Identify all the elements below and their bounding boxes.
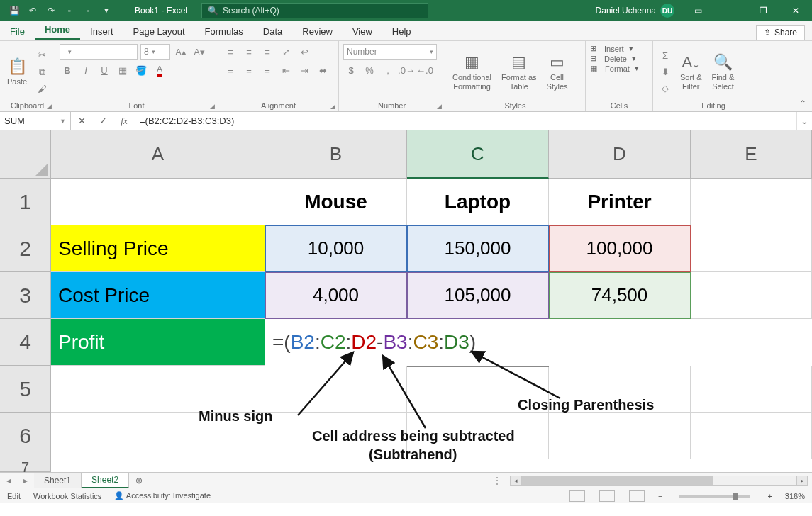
ribbon-display-icon[interactable]: ▭ (682, 0, 714, 21)
zoom-level[interactable]: 316% (785, 492, 805, 500)
qat-btn-2[interactable]: ▫ (79, 2, 96, 19)
spreadsheet-grid[interactable]: A B C D E 1 2 3 4 5 6 7 Mouse Laptop Pri… (0, 130, 812, 472)
col-header-d[interactable]: D (549, 130, 691, 179)
row-header-7[interactable]: 7 (0, 459, 51, 472)
new-sheet-icon[interactable]: ⊕ (129, 476, 149, 486)
user-account[interactable]: Daniel Uchenna DU (589, 4, 682, 18)
font-name-combo[interactable]: ▾ (60, 44, 138, 60)
sheet-tab-2[interactable]: Sheet2 (82, 473, 129, 488)
paste-button[interactable]: 📋 Paste (4, 56, 30, 87)
formula-input[interactable]: =(B2:C2:D2-B3:C3:D3) (135, 112, 796, 130)
view-normal-icon[interactable] (569, 490, 585, 502)
insert-function-icon[interactable]: fx (113, 116, 135, 127)
alignment-launcher-icon[interactable]: ◢ (330, 103, 335, 110)
row-header-4[interactable]: 4 (0, 319, 51, 366)
row-header-6[interactable]: 6 (0, 413, 51, 459)
tab-file[interactable]: File (0, 23, 35, 40)
qat-btn-1[interactable]: ▫ (61, 2, 78, 19)
cell-b2[interactable]: 10,000 (265, 225, 407, 272)
format-painter-icon[interactable]: 🖌 (34, 82, 50, 97)
cell-d6[interactable] (549, 413, 691, 459)
zoom-slider[interactable] (679, 495, 750, 498)
redo-icon[interactable]: ↷ (43, 2, 60, 19)
cell-b3[interactable]: 4,000 (265, 272, 407, 319)
tab-home[interactable]: Home (35, 21, 80, 40)
cell-e3[interactable] (691, 272, 812, 319)
cell-d2[interactable]: 100,000 (549, 225, 691, 272)
fill-icon[interactable]: ⬇ (657, 64, 673, 80)
cell-c1[interactable]: Laptop (407, 179, 549, 225)
undo-icon[interactable]: ↶ (24, 2, 41, 19)
tab-data[interactable]: Data (253, 23, 292, 40)
cell-styles-button[interactable]: ▭Cell Styles (544, 52, 571, 91)
sheet-nav-next-icon[interactable]: ▸ (17, 476, 34, 486)
orientation-icon[interactable]: ⤢ (278, 44, 294, 60)
cell-d5[interactable] (549, 366, 691, 413)
horizontal-scrollbar[interactable]: ◂ ▸ (510, 476, 808, 486)
tab-formulas[interactable]: Formulas (195, 23, 253, 40)
cell-b5[interactable] (265, 366, 407, 413)
minimize-icon[interactable]: — (714, 0, 747, 21)
tab-insert[interactable]: Insert (80, 23, 123, 40)
decrease-indent-icon[interactable]: ⇤ (278, 62, 294, 78)
cell-b1[interactable]: Mouse (265, 179, 407, 225)
align-middle-icon[interactable]: ≡ (241, 44, 257, 60)
close-icon[interactable]: ✕ (779, 0, 812, 21)
cell-c3[interactable]: 105,000 (407, 272, 549, 319)
insert-cells-button[interactable]: ⊞ Insert ▾ (590, 44, 648, 53)
view-page-break-icon[interactable] (629, 490, 645, 502)
status-accessibility[interactable]: 👤 Accessibility: Investigate (114, 491, 211, 500)
sheet-tab-1[interactable]: Sheet1 (34, 473, 82, 488)
row-header-3[interactable]: 3 (0, 272, 51, 319)
clipboard-launcher-icon[interactable]: ◢ (47, 103, 52, 110)
align-center-icon[interactable]: ≡ (241, 62, 257, 78)
font-size-combo[interactable]: 8▾ (140, 44, 170, 60)
cell-c6[interactable] (407, 413, 549, 459)
delete-cells-button[interactable]: ⊟ Delete ▾ (590, 54, 648, 63)
conditional-formatting-button[interactable]: ▦Conditional Formatting (450, 52, 494, 91)
zoom-out-icon[interactable]: − (658, 492, 662, 500)
share-button[interactable]: ⇪ Share (756, 25, 805, 40)
col-header-b[interactable]: B (265, 130, 407, 179)
name-box[interactable]: SUM ▼ (0, 112, 71, 130)
bold-button[interactable]: B (60, 62, 75, 78)
cell-a6[interactable] (51, 413, 265, 459)
collapse-ribbon-icon[interactable]: ⌃ (799, 99, 806, 108)
scroll-left-icon[interactable]: ◂ (510, 476, 521, 486)
tab-split-icon[interactable]: ⋮ (489, 476, 506, 486)
view-page-layout-icon[interactable] (599, 490, 615, 502)
tab-help[interactable]: Help (382, 23, 421, 40)
border-icon[interactable]: ▦ (115, 62, 130, 78)
save-icon[interactable]: 💾 (6, 2, 23, 19)
cell-a1[interactable] (51, 179, 265, 225)
status-workbook-stats[interactable]: Workbook Statistics (33, 492, 101, 500)
enter-formula-icon[interactable]: ✓ (92, 116, 113, 126)
cell-d3[interactable]: 74,500 (549, 272, 691, 319)
sheet-nav-prev-icon[interactable]: ◂ (0, 476, 17, 486)
cell-a4[interactable]: Profit (51, 319, 265, 366)
cell-b6[interactable] (265, 413, 407, 459)
align-left-icon[interactable]: ≡ (223, 62, 238, 78)
increase-indent-icon[interactable]: ⇥ (296, 62, 312, 78)
cell-a3[interactable]: Cost Price (51, 272, 265, 319)
cell-e5[interactable] (691, 366, 812, 413)
qat-dropdown-icon[interactable]: ▼ (98, 2, 115, 19)
col-header-a[interactable]: A (51, 130, 265, 179)
col-header-c[interactable]: C (407, 130, 549, 179)
col-header-e[interactable]: E (691, 130, 812, 179)
clear-icon[interactable]: ◇ (657, 81, 673, 96)
expand-formula-bar-icon[interactable]: ⌄ (796, 112, 812, 130)
currency-icon[interactable]: $ (343, 62, 359, 78)
italic-button[interactable]: I (78, 62, 94, 78)
format-cells-button[interactable]: ▦ Format ▾ (590, 64, 648, 73)
number-launcher-icon[interactable]: ◢ (437, 103, 442, 110)
fill-color-icon[interactable]: 🪣 (133, 62, 149, 78)
number-format-combo[interactable]: Number▾ (343, 44, 437, 60)
increase-decimal-icon[interactable]: .0→ (399, 62, 414, 78)
increase-font-icon[interactable]: A▴ (173, 44, 189, 60)
autosum-icon[interactable]: Σ (657, 48, 673, 64)
cell-e2[interactable] (691, 225, 812, 272)
search-box[interactable]: 🔍 Search (Alt+Q) (201, 3, 428, 18)
sort-filter-button[interactable]: A↓Sort & Filter (677, 52, 705, 91)
row-header-5[interactable]: 5 (0, 366, 51, 413)
